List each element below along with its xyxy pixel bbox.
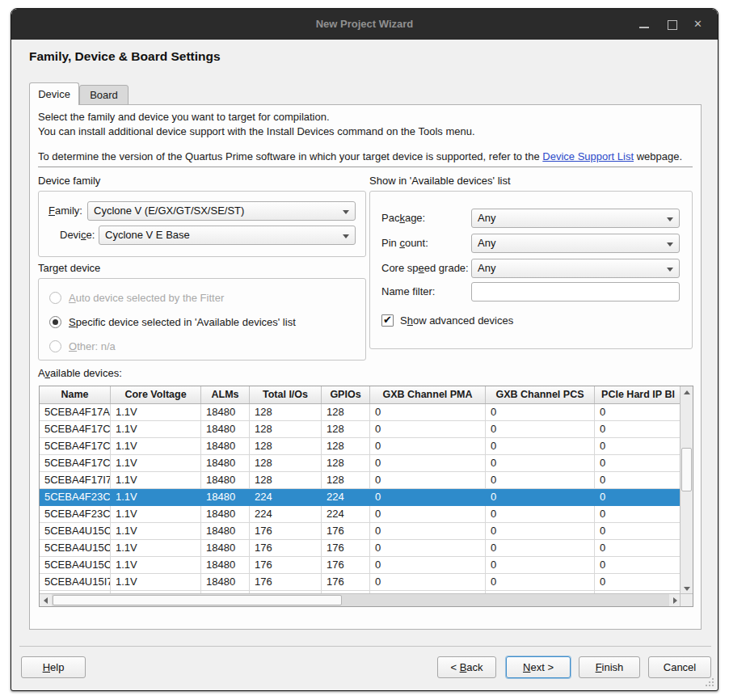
table-cell[interactable]: 0	[370, 574, 486, 591]
table-cell[interactable]: 1.1V	[111, 421, 201, 438]
table-cell[interactable]: 0	[595, 557, 681, 574]
table-cell[interactable]: 128	[250, 455, 322, 472]
table-cell[interactable]: 0	[486, 540, 595, 557]
table-cell[interactable]: 0	[486, 472, 595, 489]
horizontal-scrollbar-thumb[interactable]	[53, 595, 342, 605]
table-cell[interactable]: 128	[322, 455, 370, 472]
table-cell[interactable]: 176	[322, 557, 370, 574]
table-row[interactable]: 5CEBA4F17C71.1V18480128128000	[40, 438, 681, 455]
table-cell[interactable]: 18480	[201, 489, 250, 506]
table-cell[interactable]: 1.1V	[111, 438, 201, 455]
table-cell[interactable]: 128	[322, 472, 370, 489]
table-cell[interactable]: 1.1V	[111, 506, 201, 523]
finish-button[interactable]: Finish	[579, 656, 640, 678]
table-cell[interactable]: 5CEBA4U15C7	[40, 540, 111, 557]
column-header[interactable]: GPIOs	[322, 386, 370, 403]
table-cell[interactable]: 0	[370, 557, 486, 574]
table-row[interactable]: 5CEBA4U15C81.1V18480176176000	[40, 557, 681, 574]
table-cell[interactable]: 1.1V	[111, 455, 201, 472]
table-cell[interactable]: 1.1V	[111, 540, 201, 557]
table-row[interactable]: 5CEBA4F17C61.1V18480128128000	[40, 421, 681, 438]
table-cell[interactable]: 18480	[201, 421, 250, 438]
table-cell[interactable]: 18480	[201, 472, 250, 489]
column-header[interactable]: Total I/Os	[250, 386, 322, 403]
table-cell[interactable]: 18480	[201, 574, 250, 591]
column-header[interactable]: Name	[40, 386, 111, 403]
table-cell[interactable]: 0	[370, 506, 486, 523]
table-row[interactable]: 5CEBA4F23C81.1V18480224224000	[40, 506, 681, 523]
table-cell[interactable]: 0	[486, 574, 595, 591]
table-cell[interactable]: 224	[250, 489, 322, 506]
table-cell[interactable]: 5CEBA4F17C7	[40, 438, 111, 455]
help-button[interactable]: Help	[21, 656, 86, 678]
table-cell[interactable]: 0	[595, 438, 681, 455]
family-dropdown[interactable]: Cyclone V (E/GX/GT/SX/SE/ST)	[87, 201, 356, 221]
tab-device[interactable]: Device	[29, 82, 79, 105]
table-cell[interactable]: 1.1V	[111, 557, 201, 574]
table-cell[interactable]: 18480	[201, 540, 250, 557]
table-row[interactable]: 5CEBA4U15C61.1V18480176176000	[40, 523, 681, 540]
table-cell[interactable]: 5CEBA4U15I7	[40, 574, 111, 591]
title-bar[interactable]: New Project Wizard	[11, 9, 718, 40]
table-cell[interactable]: 0	[595, 489, 681, 506]
table-cell[interactable]: 0	[370, 404, 486, 421]
table-cell[interactable]: 0	[595, 421, 681, 438]
resize-grip-icon[interactable]	[706, 678, 714, 686]
table-cell[interactable]: 176	[322, 574, 370, 591]
name-filter-input[interactable]	[471, 282, 680, 302]
table-cell[interactable]: 18480	[201, 557, 250, 574]
table-cell[interactable]: 128	[250, 438, 322, 455]
table-cell[interactable]: 0	[370, 472, 486, 489]
show-advanced-devices-checkbox[interactable]	[381, 314, 394, 327]
table-cell[interactable]: 224	[322, 489, 370, 506]
column-header[interactable]: ALMs	[201, 386, 250, 403]
table-cell[interactable]: 5CEBA4F17C6	[40, 421, 111, 438]
table-cell[interactable]: 5CEBA4F23C8	[40, 506, 111, 523]
table-cell[interactable]: 5CEBA4F23C7	[40, 489, 111, 506]
column-header[interactable]: PCIe Hard IP Bl	[595, 386, 681, 403]
table-cell[interactable]: 0	[370, 455, 486, 472]
vertical-scrollbar[interactable]	[680, 386, 693, 595]
table-cell[interactable]: 1.1V	[111, 404, 201, 421]
table-row[interactable]: 5CEBA4U15C71.1V18480176176000	[40, 540, 681, 557]
table-cell[interactable]: 224	[322, 506, 370, 523]
device-dropdown[interactable]: Cyclone V E Base	[99, 226, 356, 245]
table-cell[interactable]: 0	[486, 557, 595, 574]
table-row[interactable]: 5CEBA4F23C71.1V18480224224000	[40, 489, 681, 506]
table-cell[interactable]: 0	[370, 540, 486, 557]
table-cell[interactable]: 0	[595, 455, 681, 472]
table-cell[interactable]: 0	[370, 489, 486, 506]
minimize-icon[interactable]	[632, 9, 656, 40]
scroll-left-icon[interactable]	[40, 594, 52, 606]
table-cell[interactable]: 0	[595, 523, 681, 540]
scroll-up-icon[interactable]	[681, 386, 693, 398]
tab-board[interactable]: Board	[79, 85, 129, 105]
table-cell[interactable]: 0	[595, 472, 681, 489]
close-icon[interactable]	[687, 9, 711, 40]
column-header[interactable]: GXB Channel PMA	[370, 386, 486, 403]
table-cell[interactable]: 18480	[201, 506, 250, 523]
table-row[interactable]: 5CEBA4U15I71.1V18480176176000	[40, 574, 681, 591]
table-cell[interactable]: 128	[250, 421, 322, 438]
table-cell[interactable]: 18480	[201, 404, 250, 421]
table-cell[interactable]: 0	[370, 523, 486, 540]
table-row[interactable]: 5CEBA4F17C81.1V18480128128000	[40, 455, 681, 472]
table-cell[interactable]: 0	[595, 404, 681, 421]
table-cell[interactable]: 1.1V	[111, 574, 201, 591]
table-cell[interactable]: 5CEBA4F17C8	[40, 455, 111, 472]
table-cell[interactable]: 5CEBA4U15C6	[40, 523, 111, 540]
table-cell[interactable]: 128	[250, 404, 322, 421]
table-cell[interactable]: 5CEBA4F17A7	[40, 404, 111, 421]
table-cell[interactable]: 0	[486, 421, 595, 438]
next-button[interactable]: Next >	[506, 656, 571, 678]
device-support-list-link[interactable]: Device Support List	[542, 150, 634, 162]
pin-count-dropdown[interactable]: Any	[471, 234, 680, 253]
table-cell[interactable]: 128	[250, 472, 322, 489]
table-cell[interactable]: 1.1V	[111, 472, 201, 489]
table-cell[interactable]: 224	[250, 506, 322, 523]
column-header[interactable]: Core Voltage	[111, 386, 201, 403]
maximize-icon[interactable]	[659, 9, 684, 40]
table-cell[interactable]: 176	[322, 540, 370, 557]
package-dropdown[interactable]: Any	[471, 209, 680, 228]
table-cell[interactable]: 176	[250, 523, 322, 540]
